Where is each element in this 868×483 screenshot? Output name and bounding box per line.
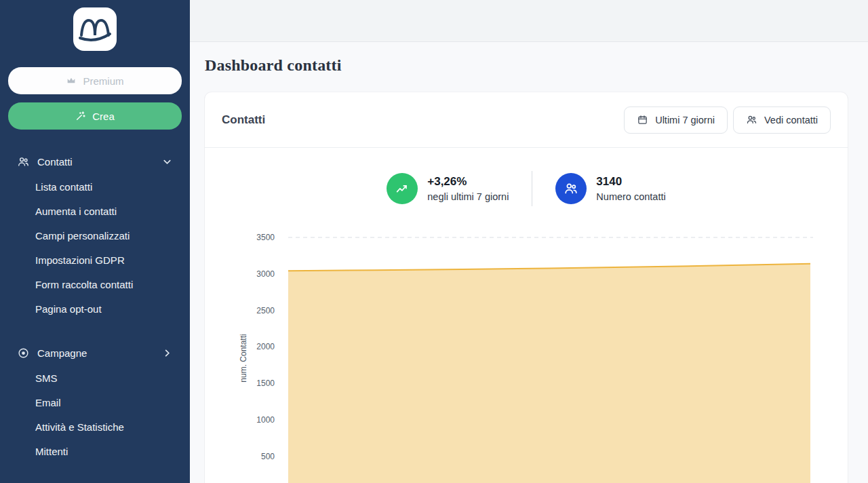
y-axis-label: num. Contatti [239,334,248,382]
sidebar-section-label: Contatti [37,156,162,168]
sidebar-item-attivita-statistiche[interactable]: Attività e Statistiche [0,415,190,440]
nav-group-campagne: Campagne SMS Email Attività e Statistich… [0,339,190,464]
premium-button-label: Premium [83,75,123,87]
growth-value: +3,26% [427,175,509,189]
users-icon [746,114,757,125]
sidebar-item-mittenti[interactable]: Mittenti [0,440,190,464]
content: Dashboard contatti Contatti Ultimi 7 gio… [190,42,868,483]
growth-stat-text: +3,26% negli ultimi 7 giorni [427,175,509,202]
wand-icon [75,111,86,121]
crea-button[interactable]: Crea [8,102,182,130]
contacts-chart: num. Contatti 35003000250020001500100050… [205,223,848,483]
chevron-right-icon [162,348,172,358]
page-title: Dashboard contatti [205,56,848,75]
main-area: Dashboard contatti Contatti Ultimi 7 gio… [190,0,868,483]
growth-stat: +3,26% negli ultimi 7 giorni [387,173,509,204]
sidebar-item-email[interactable]: Email [0,391,190,415]
svg-text:500: 500 [261,452,275,461]
users-icon [17,155,31,168]
nav-group-contatti: Contatti Lista contatti Aumenta i contat… [0,148,190,322]
svg-text:3500: 3500 [256,233,275,242]
card-header: Contatti Ultimi 7 giorni Ved [205,92,848,148]
nav-sub-campagne: SMS Email Attività e Statistiche Mittent… [0,366,190,464]
svg-text:1500: 1500 [256,379,275,388]
chevron-down-icon [162,157,172,167]
calendar-icon [637,114,648,125]
app-root: Premium Crea Contatti [0,0,868,483]
sidebar-item-campi-personalizzati[interactable]: Campi personalizzati [0,224,190,248]
sidebar-item-pagina-opt-out[interactable]: Pagina opt-out [0,297,190,322]
sidebar-item-form-raccolta-contatti[interactable]: Form raccolta contatti [0,273,190,297]
sidebar-section-label: Campagne [37,347,162,359]
view-contacts-button-label: Vedi contatti [764,115,818,125]
contacts-card: Contatti Ultimi 7 giorni Ved [205,92,848,483]
view-contacts-button[interactable]: Vedi contatti [733,107,831,134]
svg-text:3000: 3000 [256,269,275,279]
users-icon [555,173,587,204]
topbar [190,0,868,42]
crown-icon [66,75,77,86]
card-actions: Ultimi 7 giorni Vedi contatti [624,107,831,134]
svg-text:2500: 2500 [256,306,275,315]
date-range-button[interactable]: Ultimi 7 giorni [624,107,728,134]
logo-icon [73,7,117,52]
sidebar-item-sms[interactable]: SMS [0,366,190,391]
contacts-count-value: 3140 [596,175,665,189]
sidebar-section-contatti[interactable]: Contatti [0,148,190,175]
stats-divider [532,171,532,206]
date-range-button-label: Ultimi 7 giorni [655,115,715,125]
stats-row: +3,26% negli ultimi 7 giorni 3140 Numero… [205,148,848,223]
sidebar-item-impostazioni-gdpr[interactable]: Impostazioni GDPR [0,248,190,273]
card-title: Contatti [222,113,265,127]
app-logo [0,0,190,52]
sidebar-nav: Contatti Lista contatti Aumenta i contat… [0,148,190,464]
svg-text:2000: 2000 [256,342,275,351]
sidebar-item-lista-contatti[interactable]: Lista contatti [0,175,190,199]
sidebar-item-aumenta-contatti[interactable]: Aumenta i contatti [0,199,190,224]
crea-button-label: Crea [92,111,115,122]
nav-sub-contatti: Lista contatti Aumenta i contatti Campi … [0,175,190,322]
svg-text:1000: 1000 [256,415,275,425]
sidebar: Premium Crea Contatti [0,0,190,483]
contacts-count-label: Numero contatti [596,191,665,202]
target-icon [17,347,31,360]
contacts-count-stat: 3140 Numero contatti [555,173,665,204]
contacts-chart-svg: 350030002500200015001000500 [205,223,848,483]
growth-label: negli ultimi 7 giorni [427,191,509,202]
contacts-count-text: 3140 Numero contatti [596,175,665,202]
sidebar-section-campagne[interactable]: Campagne [0,339,190,366]
trend-chart-icon [387,173,418,204]
premium-button[interactable]: Premium [8,67,182,94]
